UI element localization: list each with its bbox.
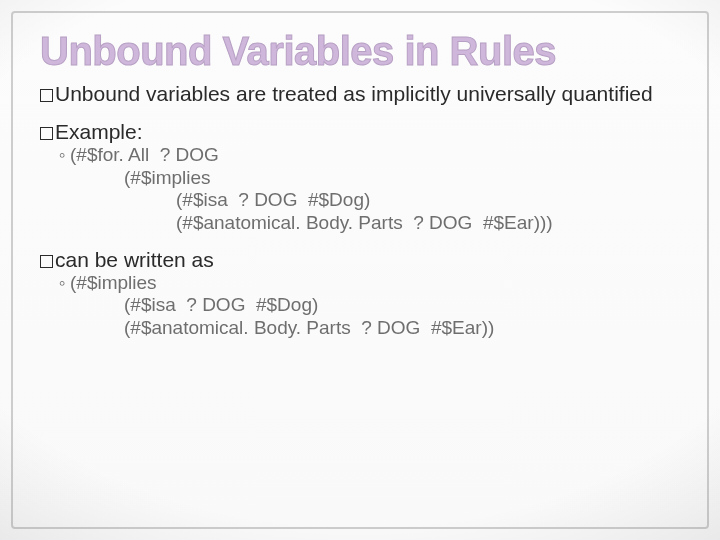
bullet-lead: can be written as: [40, 248, 680, 272]
slide: Unbound Variables in Rules Unbound varia…: [0, 0, 720, 540]
slide-title: Unbound Variables in Rules: [40, 30, 680, 72]
sub-line: (#$anatomical. Body. Parts ? DOG #$Ear)): [40, 317, 680, 339]
bullet-lead: Example:: [40, 120, 680, 144]
sub-text: (#$anatomical. Body. Parts ? DOG #$Ear)): [124, 317, 494, 338]
sub-line: ◦(#$implies: [40, 272, 680, 294]
block-0: Unbound variables are treated as implici…: [40, 82, 680, 106]
block-1: Example: ◦(#$for. All ? DOG (#$implies (…: [40, 120, 680, 234]
sub-text: (#$isa ? DOG #$Dog): [124, 294, 318, 315]
bullet-box-icon: [40, 89, 53, 102]
sub-text: (#$implies: [124, 167, 211, 188]
sub-line: (#$isa ? DOG #$Dog): [40, 189, 680, 211]
bullet-box-icon: [40, 127, 53, 140]
sub-line: (#$implies: [40, 167, 680, 189]
lead-text: Unbound variables are treated as implici…: [55, 82, 653, 105]
lead-text: can be written as: [55, 248, 214, 271]
lead-text: Example:: [55, 120, 143, 143]
block-2: can be written as ◦(#$implies (#$isa ? D…: [40, 248, 680, 339]
bullet-box-icon: [40, 255, 53, 268]
sub-text: (#$implies: [70, 272, 157, 293]
sub-line: (#$isa ? DOG #$Dog): [40, 294, 680, 316]
sub-text: (#$for. All ? DOG: [70, 144, 219, 165]
sub-text: (#$anatomical. Body. Parts ? DOG #$Ear))…: [176, 212, 553, 233]
sub-bullet-icon: ◦: [58, 272, 66, 294]
sub-bullet-icon: ◦: [58, 144, 66, 166]
sub-line: (#$anatomical. Body. Parts ? DOG #$Ear))…: [40, 212, 680, 234]
sub-line: ◦(#$for. All ? DOG: [40, 144, 680, 166]
sub-text: (#$isa ? DOG #$Dog): [176, 189, 370, 210]
bullet-lead: Unbound variables are treated as implici…: [40, 82, 680, 106]
